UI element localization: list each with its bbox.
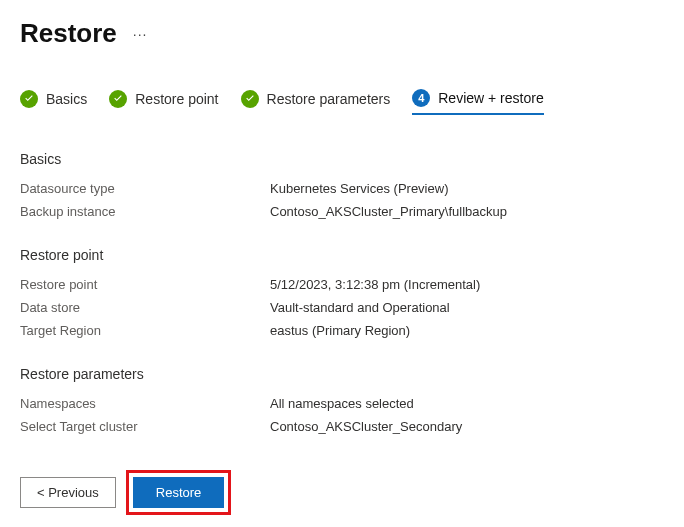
step-label: Restore parameters <box>267 91 391 107</box>
row-label: Backup instance <box>20 204 270 219</box>
step-label: Basics <box>46 91 87 107</box>
step-review-restore[interactable]: 4 Review + restore <box>412 89 543 115</box>
section-title: Restore point <box>20 247 664 263</box>
page-header: Restore ··· <box>20 18 664 49</box>
wizard-footer: < Previous Restore <box>20 470 231 515</box>
step-basics[interactable]: Basics <box>20 90 87 114</box>
row-value: Vault-standard and Operational <box>270 300 450 315</box>
page-title: Restore <box>20 18 117 49</box>
more-icon[interactable]: ··· <box>133 26 148 42</box>
row-datasource-type: Datasource type Kubernetes Services (Pre… <box>20 181 664 196</box>
row-target-region: Target Region eastus (Primary Region) <box>20 323 664 338</box>
section-title: Basics <box>20 151 664 167</box>
row-value: 5/12/2023, 3:12:38 pm (Incremental) <box>270 277 480 292</box>
row-label: Data store <box>20 300 270 315</box>
step-label: Review + restore <box>438 90 543 106</box>
check-icon <box>109 90 127 108</box>
row-label: Select Target cluster <box>20 419 270 434</box>
step-restore-point[interactable]: Restore point <box>109 90 218 114</box>
row-label: Target Region <box>20 323 270 338</box>
highlight-box: Restore <box>126 470 232 515</box>
section-title: Restore parameters <box>20 366 664 382</box>
restore-button[interactable]: Restore <box>133 477 225 508</box>
section-restore-parameters: Restore parameters Namespaces All namesp… <box>20 366 664 434</box>
wizard-stepper: Basics Restore point Restore parameters … <box>20 89 664 115</box>
step-restore-parameters[interactable]: Restore parameters <box>241 90 391 114</box>
row-value: Contoso_AKSCluster_Secondary <box>270 419 462 434</box>
previous-button[interactable]: < Previous <box>20 477 116 508</box>
row-target-cluster: Select Target cluster Contoso_AKSCluster… <box>20 419 664 434</box>
step-label: Restore point <box>135 91 218 107</box>
check-icon <box>241 90 259 108</box>
row-value: All namespaces selected <box>270 396 414 411</box>
row-label: Datasource type <box>20 181 270 196</box>
row-namespaces: Namespaces All namespaces selected <box>20 396 664 411</box>
section-restore-point: Restore point Restore point 5/12/2023, 3… <box>20 247 664 338</box>
row-data-store: Data store Vault-standard and Operationa… <box>20 300 664 315</box>
row-restore-point: Restore point 5/12/2023, 3:12:38 pm (Inc… <box>20 277 664 292</box>
step-number-icon: 4 <box>412 89 430 107</box>
row-backup-instance: Backup instance Contoso_AKSCluster_Prima… <box>20 204 664 219</box>
row-value: eastus (Primary Region) <box>270 323 410 338</box>
row-label: Namespaces <box>20 396 270 411</box>
row-label: Restore point <box>20 277 270 292</box>
check-icon <box>20 90 38 108</box>
row-value: Kubernetes Services (Preview) <box>270 181 448 196</box>
section-basics: Basics Datasource type Kubernetes Servic… <box>20 151 664 219</box>
row-value: Contoso_AKSCluster_Primary\fullbackup <box>270 204 507 219</box>
